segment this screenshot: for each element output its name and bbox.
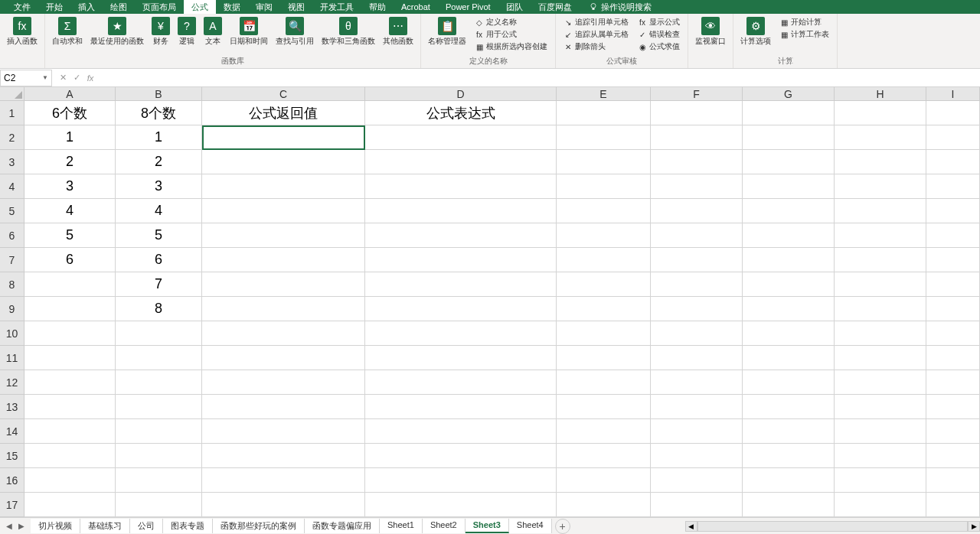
cell-A2[interactable]: 1 — [24, 125, 116, 150]
cell-D9[interactable] — [365, 297, 557, 321]
cell-E10[interactable] — [557, 321, 651, 346]
cell-I13[interactable] — [926, 395, 980, 419]
cell-H1[interactable] — [835, 101, 926, 125]
sheet-tab-切片视频[interactable]: 切片视频 — [31, 519, 80, 533]
menu-tab-帮助[interactable]: 帮助 — [361, 0, 394, 14]
cell-F14[interactable] — [651, 419, 743, 444]
cell-G11[interactable] — [743, 346, 835, 370]
cell-G1[interactable] — [743, 101, 835, 125]
cell-A4[interactable]: 3 — [24, 174, 116, 199]
ribbon-button-数学和三角函数[interactable]: θ数学和三角函数 — [318, 15, 379, 47]
cell-C4[interactable] — [202, 174, 365, 199]
cell-C13[interactable] — [202, 395, 365, 419]
scroll-right-icon[interactable]: ▶ — [968, 521, 980, 532]
cell-D17[interactable] — [365, 493, 557, 517]
cell-F9[interactable] — [651, 297, 743, 321]
cell-E13[interactable] — [557, 395, 651, 419]
menu-tab-审阅[interactable]: 审阅 — [248, 0, 280, 14]
add-sheet-button[interactable]: + — [555, 519, 570, 534]
cell-E16[interactable] — [557, 468, 651, 493]
row-header-9[interactable]: 9 — [0, 297, 24, 321]
cell-G2[interactable] — [743, 125, 835, 150]
ribbon-menu-item-显示公式[interactable]: fx显示公式 — [636, 16, 681, 28]
sheet-tab-公司[interactable]: 公司 — [130, 519, 163, 533]
cell-H13[interactable] — [835, 395, 926, 419]
ribbon-button-财务[interactable]: ¥财务 — [148, 15, 174, 47]
cell-C12[interactable] — [202, 370, 365, 395]
cell-G9[interactable] — [743, 297, 835, 321]
row-header-15[interactable]: 15 — [0, 444, 24, 468]
tell-me-search[interactable]: 操作说明搜索 — [589, 2, 652, 13]
menu-tab-团队[interactable]: 团队 — [498, 0, 531, 14]
formula-input[interactable] — [101, 70, 980, 86]
cell-H17[interactable] — [835, 493, 926, 517]
row-header-3[interactable]: 3 — [0, 150, 24, 174]
cell-G7[interactable] — [743, 248, 835, 272]
cell-B4[interactable]: 3 — [116, 174, 202, 199]
row-header-12[interactable]: 12 — [0, 370, 24, 395]
cell-D10[interactable] — [365, 321, 557, 346]
cell-I3[interactable] — [926, 150, 980, 174]
cell-E5[interactable] — [557, 199, 651, 223]
ribbon-button-名称管理器[interactable]: 📋名称管理器 — [424, 15, 470, 47]
cell-G5[interactable] — [743, 199, 835, 223]
cell-B11[interactable] — [116, 346, 202, 370]
cell-I11[interactable] — [926, 346, 980, 370]
cell-G16[interactable] — [743, 468, 835, 493]
cell-C15[interactable] — [202, 444, 365, 468]
cell-F5[interactable] — [651, 199, 743, 223]
cell-H16[interactable] — [835, 468, 926, 493]
cell-I12[interactable] — [926, 370, 980, 395]
scroll-track[interactable] — [697, 521, 968, 532]
ribbon-button-逻辑[interactable]: ?逻辑 — [174, 15, 200, 47]
ribbon-button-自动求和[interactable]: Σ自动求和 — [48, 15, 87, 47]
col-header-C[interactable]: C — [202, 87, 365, 101]
cell-C9[interactable] — [202, 297, 365, 321]
cell-F11[interactable] — [651, 346, 743, 370]
cell-I17[interactable] — [926, 493, 980, 517]
cell-D4[interactable] — [365, 174, 557, 199]
cell-D5[interactable] — [365, 199, 557, 223]
menu-tab-开发工具[interactable]: 开发工具 — [312, 0, 361, 14]
menu-tab-百度网盘[interactable]: 百度网盘 — [531, 0, 580, 14]
cell-F15[interactable] — [651, 444, 743, 468]
cell-E1[interactable] — [557, 101, 651, 125]
row-header-17[interactable]: 17 — [0, 493, 24, 517]
cell-G8[interactable] — [743, 272, 835, 297]
menu-tab-页面布局[interactable]: 页面布局 — [135, 0, 184, 14]
cell-I8[interactable] — [926, 272, 980, 297]
cell-E15[interactable] — [557, 444, 651, 468]
cell-A13[interactable] — [24, 395, 116, 419]
ribbon-menu-item-根据所选内容创建[interactable]: ▦根据所选内容创建 — [473, 41, 549, 53]
cell-B6[interactable]: 5 — [116, 223, 202, 248]
ribbon-menu-item-错误检查[interactable]: ✓错误检查 — [636, 28, 681, 41]
ribbon-menu-item-公式求值[interactable]: ◉公式求值 — [636, 41, 681, 53]
cell-E12[interactable] — [557, 370, 651, 395]
sheet-tab-图表专题[interactable]: 图表专题 — [163, 519, 213, 533]
ribbon-menu-item-计算工作表[interactable]: ▦计算工作表 — [778, 28, 831, 41]
cell-E11[interactable] — [557, 346, 651, 370]
ribbon-menu-item-定义名称[interactable]: ◇定义名称 — [473, 16, 549, 28]
cell-H2[interactable] — [835, 125, 926, 150]
cell-C8[interactable] — [202, 272, 365, 297]
cell-G15[interactable] — [743, 444, 835, 468]
cell-D16[interactable] — [365, 468, 557, 493]
cell-I4[interactable] — [926, 174, 980, 199]
cell-E6[interactable] — [557, 223, 651, 248]
cell-F13[interactable] — [651, 395, 743, 419]
cell-A8[interactable] — [24, 272, 116, 297]
ribbon-button-日期和时间[interactable]: 📅日期和时间 — [226, 15, 272, 47]
cell-H5[interactable] — [835, 199, 926, 223]
cell-A1[interactable]: 6个数 — [24, 101, 116, 125]
cell-A3[interactable]: 2 — [24, 150, 116, 174]
cell-I1[interactable] — [926, 101, 980, 125]
cell-B10[interactable] — [116, 321, 202, 346]
sheet-tab-Sheet3[interactable]: Sheet3 — [466, 519, 509, 533]
cell-B2[interactable]: 1 — [116, 125, 202, 150]
col-header-F[interactable]: F — [651, 87, 743, 101]
cell-F12[interactable] — [651, 370, 743, 395]
cell-D6[interactable] — [365, 223, 557, 248]
menu-tab-插入[interactable]: 插入 — [70, 0, 103, 14]
ribbon-menu-item-追踪从属单元格[interactable]: ↙追踪从属单元格 — [562, 28, 630, 41]
sheet-tab-Sheet1[interactable]: Sheet1 — [380, 519, 423, 533]
